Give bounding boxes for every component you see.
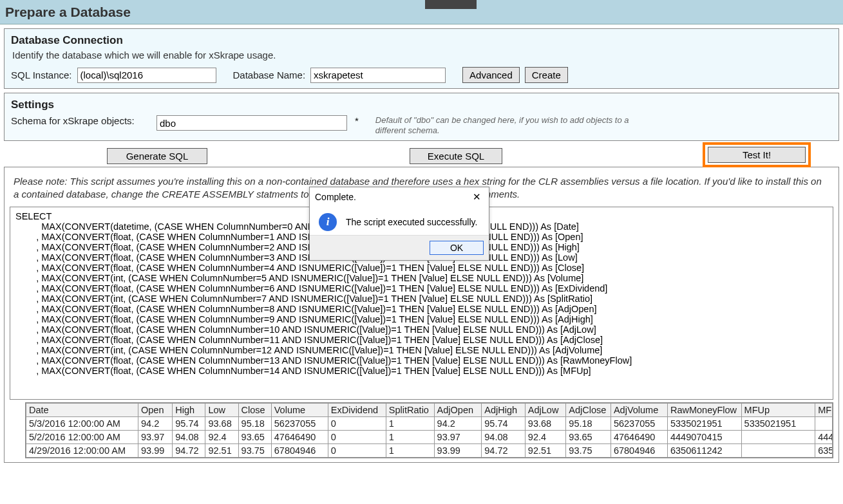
grid-cell[interactable]: 444	[815, 431, 833, 444]
execute-sql-button[interactable]: Execute SQL	[410, 148, 502, 164]
grid-cell[interactable]: 56237055	[611, 417, 667, 431]
grid-cell[interactable]: 93.75	[238, 444, 271, 458]
table-row[interactable]: 5/3/2016 12:00:00 AM94.295.7493.6895.185…	[26, 417, 833, 431]
grid-cell[interactable]: 635	[815, 444, 833, 458]
table-row[interactable]: 4/29/2016 12:00:00 AM93.9994.7292.5193.7…	[26, 444, 833, 458]
db-name-label: Database Name:	[233, 70, 306, 80]
grid-cell[interactable]: 95.74	[173, 417, 205, 431]
grid-cell[interactable]: 1	[386, 444, 434, 458]
testit-highlight: Test It!	[703, 142, 811, 167]
sql-instance-label: SQL Instance:	[11, 70, 72, 80]
grid-cell[interactable]: 95.18	[238, 417, 271, 431]
grid-cell[interactable]: 4449070415	[667, 431, 741, 444]
grid-cell[interactable]: 5/2/2016 12:00:00 AM	[26, 431, 138, 444]
grid-cell[interactable]: 93.75	[566, 444, 611, 458]
connection-title: Database Connection	[11, 34, 832, 47]
connection-panel: Database Connection Identify the databas…	[4, 28, 839, 89]
asterisk-icon: *	[355, 115, 359, 126]
grid-header[interactable]: High	[173, 404, 205, 417]
grid-header[interactable]: AdjVolume	[611, 404, 667, 417]
grid-cell[interactable]: 92.51	[525, 444, 565, 458]
grid-cell[interactable]	[815, 417, 833, 431]
info-icon: i	[319, 213, 337, 231]
settings-title: Settings	[11, 98, 832, 111]
grid-cell[interactable]	[741, 444, 815, 458]
grid-cell[interactable]: 0	[328, 431, 386, 444]
grid-header[interactable]: AdjHigh	[482, 404, 526, 417]
grid-cell[interactable]: 93.65	[238, 431, 271, 444]
grid-cell[interactable]: 0	[328, 417, 386, 431]
dialog-message: The script executed successfully.	[346, 217, 477, 227]
grid-header[interactable]: AdjOpen	[434, 404, 482, 417]
grid-cell[interactable]: 56237055	[271, 417, 328, 431]
grid-cell[interactable]: 92.4	[205, 431, 238, 444]
grid-cell[interactable]: 47646490	[611, 431, 667, 444]
grid-cell[interactable]: 93.68	[205, 417, 238, 431]
page-title-bar: Prepare a Database	[0, 0, 843, 24]
grid-cell[interactable]: 93.99	[434, 444, 482, 458]
grid-header[interactable]: ExDividend	[328, 404, 386, 417]
sql-instance-input[interactable]	[77, 68, 216, 83]
page-title: Prepare a Database	[5, 5, 131, 20]
db-name-input[interactable]	[310, 68, 446, 83]
grid-cell[interactable]: 93.68	[525, 417, 565, 431]
grid-cell[interactable]: 93.65	[566, 431, 611, 444]
advanced-button[interactable]: Advanced	[462, 67, 520, 83]
grid-cell[interactable]: 93.99	[138, 444, 173, 458]
grid-header[interactable]: Low	[205, 404, 238, 417]
schema-label: Schema for xSkrape objects:	[11, 115, 151, 126]
grid-header[interactable]: AdjLow	[525, 404, 565, 417]
grid-header[interactable]: AdjClose	[566, 404, 611, 417]
grid-cell[interactable]: 92.51	[205, 444, 238, 458]
title-handle-icon	[425, 0, 477, 9]
results-grid[interactable]: DateOpenHighLowCloseVolumeExDividendSpli…	[26, 403, 833, 458]
connection-desc: Identify the database which we will enab…	[12, 50, 832, 61]
dialog-ok-button[interactable]: OK	[430, 241, 484, 255]
grid-cell[interactable]: 5335021951	[667, 417, 741, 431]
generate-sql-button[interactable]: Generate SQL	[107, 148, 207, 164]
grid-cell[interactable]: 5335021951	[741, 417, 815, 431]
grid-header[interactable]: SplitRatio	[386, 404, 434, 417]
grid-cell[interactable]: 94.72	[482, 444, 526, 458]
schema-hint: Default of "dbo" can be changed here, if…	[375, 115, 659, 135]
grid-cell[interactable]: 94.08	[482, 431, 526, 444]
grid-header[interactable]: Open	[138, 404, 173, 417]
grid-cell[interactable]: 95.74	[482, 417, 526, 431]
grid-cell[interactable]: 93.97	[138, 431, 173, 444]
grid-header[interactable]: MF	[815, 404, 833, 417]
grid-cell[interactable]: 94.2	[434, 417, 482, 431]
complete-dialog: Complete. ✕ i The script executed succes…	[309, 187, 489, 261]
grid-cell[interactable]: 94.72	[173, 444, 205, 458]
settings-panel: Settings Schema for xSkrape objects: * D…	[4, 93, 839, 141]
grid-cell[interactable]: 94.08	[173, 431, 205, 444]
grid-cell[interactable]: 47646490	[271, 431, 328, 444]
grid-cell[interactable]: 4/29/2016 12:00:00 AM	[26, 444, 138, 458]
grid-header[interactable]: Date	[26, 404, 138, 417]
grid-cell[interactable]	[741, 431, 815, 444]
dialog-title: Complete.	[315, 192, 356, 202]
create-button[interactable]: Create	[525, 67, 568, 83]
grid-cell[interactable]: 1	[386, 417, 434, 431]
grid-cell[interactable]: 0	[328, 444, 386, 458]
grid-cell[interactable]: 67804946	[611, 444, 667, 458]
grid-header[interactable]: Close	[238, 404, 271, 417]
test-it-button[interactable]: Test It!	[708, 147, 806, 163]
dialog-close-icon[interactable]: ✕	[470, 191, 484, 203]
grid-cell[interactable]: 67804946	[271, 444, 328, 458]
action-button-row: Generate SQL Execute SQL Test It!	[4, 145, 839, 167]
grid-cell[interactable]: 92.4	[525, 431, 565, 444]
grid-cell[interactable]: 94.2	[138, 417, 173, 431]
grid-cell[interactable]: 93.97	[434, 431, 482, 444]
schema-input[interactable]	[156, 115, 347, 131]
grid-cell[interactable]: 6350611242	[667, 444, 741, 458]
grid-cell[interactable]: 5/3/2016 12:00:00 AM	[26, 417, 138, 431]
grid-header[interactable]: RawMoneyFlow	[667, 404, 741, 417]
table-row[interactable]: 5/2/2016 12:00:00 AM93.9794.0892.493.654…	[26, 431, 833, 444]
results-grid-wrap: DateOpenHighLowCloseVolumeExDividendSpli…	[25, 402, 833, 458]
grid-cell[interactable]: 1	[386, 431, 434, 444]
grid-header[interactable]: Volume	[271, 404, 328, 417]
grid-header[interactable]: MFUp	[741, 404, 815, 417]
grid-cell[interactable]: 95.18	[566, 417, 611, 431]
